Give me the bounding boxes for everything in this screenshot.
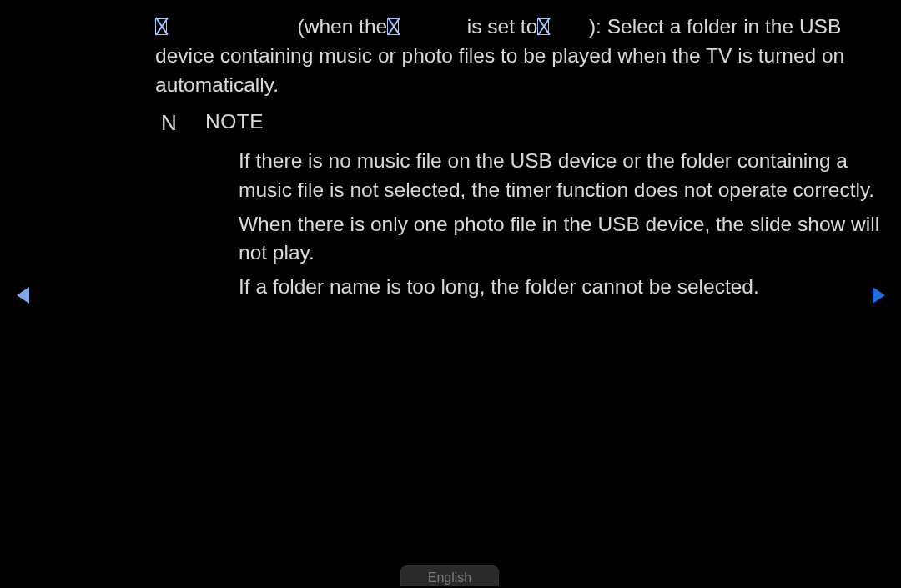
- placeholder-glyph-icon: [537, 18, 549, 35]
- svg-marker-0: [17, 287, 29, 304]
- help-content: (when the is set to ): Select a folder i…: [155, 13, 897, 307]
- triangle-right-icon: [871, 285, 888, 305]
- next-page-button[interactable]: [871, 285, 888, 305]
- svg-marker-1: [873, 287, 885, 304]
- language-indicator[interactable]: English: [400, 565, 499, 586]
- prev-page-button[interactable]: [14, 285, 31, 305]
- intro-seg2: is set to: [467, 15, 537, 38]
- note-label: NOTE: [205, 110, 264, 133]
- note-block: N NOTE If there is no music file on the …: [155, 108, 897, 302]
- note-item: If a folder name is too long, the folder…: [239, 273, 897, 302]
- placeholder-glyph-icon: [155, 18, 167, 35]
- intro-paragraph: (when the is set to ): Select a folder i…: [155, 13, 897, 99]
- note-icon: N: [161, 108, 178, 138]
- note-item: When there is only one photo file in the…: [239, 210, 897, 269]
- triangle-left-icon: [14, 285, 31, 305]
- placeholder-glyph-icon: [387, 18, 399, 35]
- note-item: If there is no music file on the USB dev…: [239, 147, 897, 205]
- note-items: If there is no music file on the USB dev…: [205, 147, 897, 302]
- intro-seg1: (when the: [298, 15, 388, 38]
